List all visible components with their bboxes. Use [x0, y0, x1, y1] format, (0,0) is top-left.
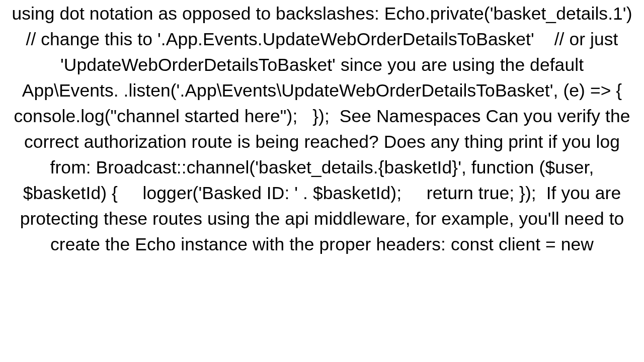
- document-viewport: using dot notation as opposed to backsla…: [0, 0, 644, 362]
- document-body-text: using dot notation as opposed to backsla…: [10, 0, 634, 257]
